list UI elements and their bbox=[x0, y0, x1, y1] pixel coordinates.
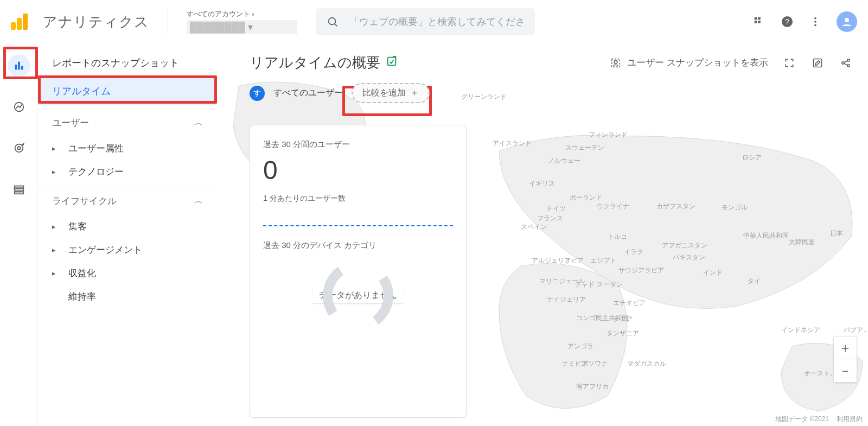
search-input[interactable] bbox=[349, 16, 525, 28]
explore-icon[interactable] bbox=[8, 96, 30, 118]
verified-icon bbox=[386, 54, 398, 71]
sidebar-group-label: ユーザー bbox=[52, 117, 89, 129]
main-header: リアルタイムの概要 ユーザー スナップショットを表示 bbox=[217, 43, 868, 78]
snapshot-button-label: ユーザー スナップショットを表示 bbox=[627, 56, 768, 69]
divider bbox=[168, 9, 168, 35]
sidebar: レポートのスナップショット リアルタイム ユーザー ︿ ▸ ユーザー属性 ▸ テ… bbox=[38, 43, 217, 426]
add-comparison-label: 比較を追加 bbox=[362, 87, 406, 99]
card-device-title: 過去 30 分のデバイス カテゴリ bbox=[263, 240, 453, 251]
sidebar-item-label: 維持率 bbox=[68, 290, 96, 303]
top-header: アナリティクス すべてのアカウント › ████████ ? bbox=[0, 0, 868, 43]
sidebar-item-label: ユーザー属性 bbox=[68, 142, 124, 155]
map-attribution: 地図データ ©2021 利用規約 bbox=[775, 415, 863, 424]
svg-point-10 bbox=[814, 24, 816, 27]
sidebar-item-snapshot[interactable]: レポートのスナップショット bbox=[38, 49, 217, 77]
caret-right-icon: ▸ bbox=[52, 168, 60, 176]
card-per-minute-label: 1 分あたりのユーザー数 bbox=[263, 194, 453, 204]
svg-rect-12 bbox=[15, 65, 17, 69]
header-actions: ? bbox=[752, 11, 857, 32]
svg-point-24 bbox=[615, 60, 618, 63]
card-value: 0 bbox=[263, 155, 453, 185]
sidebar-item-label: 集客 bbox=[68, 220, 87, 233]
svg-rect-14 bbox=[21, 66, 23, 69]
svg-rect-20 bbox=[14, 189, 23, 191]
sidebar-item-label: 収益化 bbox=[68, 267, 96, 279]
sidebar-item-engagement[interactable]: ▸ エンゲージメント bbox=[38, 238, 217, 262]
map-attribution-text: 地図データ ©2021 bbox=[775, 415, 829, 424]
sidebar-item-technology[interactable]: ▸ テクノロジー bbox=[38, 160, 217, 183]
svg-point-17 bbox=[17, 147, 21, 150]
chevron-up-icon: ︿ bbox=[194, 117, 203, 129]
product-name: アナリティクス bbox=[43, 12, 149, 31]
svg-rect-13 bbox=[18, 62, 20, 70]
svg-line-1 bbox=[335, 24, 337, 26]
caret-right-icon: ▸ bbox=[52, 144, 60, 152]
sidebar-group-lifecycle[interactable]: ライフサイクル ︿ bbox=[38, 187, 217, 215]
configure-icon[interactable] bbox=[8, 178, 30, 201]
nav-rail bbox=[0, 43, 38, 426]
sidebar-item-acquisition[interactable]: ▸ 集客 bbox=[38, 215, 217, 238]
reports-icon[interactable] bbox=[8, 54, 30, 77]
svg-rect-5 bbox=[758, 21, 761, 23]
edit-icon[interactable] bbox=[810, 56, 825, 70]
avatar[interactable] bbox=[837, 11, 857, 32]
caret-right-icon: ▸ bbox=[52, 246, 60, 254]
zoom-out-button[interactable]: － bbox=[834, 359, 857, 382]
main-content: グリーンランドアイスランドフィンランドスウェーデンノルウェーイギリスポーランドロ… bbox=[217, 43, 868, 426]
search-box[interactable] bbox=[316, 8, 535, 35]
chevron-up-icon: ︿ bbox=[194, 195, 203, 207]
sidebar-item-label: レポートのスナップショット bbox=[52, 56, 179, 69]
caret-right-icon: ▸ bbox=[52, 269, 60, 277]
share-icon[interactable] bbox=[839, 56, 853, 70]
svg-rect-2 bbox=[755, 17, 757, 20]
sidebar-item-monetization[interactable]: ▸ 収益化 bbox=[38, 262, 217, 285]
svg-rect-25 bbox=[814, 59, 822, 67]
svg-point-8 bbox=[814, 17, 816, 20]
add-comparison-button[interactable]: 比較を追加 ＋ bbox=[352, 83, 430, 103]
sidebar-group-label: ライフサイクル bbox=[52, 195, 117, 207]
svg-line-30 bbox=[844, 63, 848, 65]
account-breadcrumb: すべてのアカウント › bbox=[187, 9, 297, 19]
account-name: ████████ bbox=[187, 20, 297, 34]
svg-text:?: ? bbox=[785, 17, 789, 26]
svg-rect-3 bbox=[758, 17, 761, 20]
card-title: 過去 30 分間のユーザー bbox=[263, 139, 453, 150]
help-icon[interactable]: ? bbox=[780, 15, 794, 29]
sidebar-item-realtime[interactable]: リアルタイム bbox=[38, 77, 217, 105]
page-title: リアルタイムの概要 bbox=[250, 53, 398, 72]
sidebar-group-user[interactable]: ユーザー ︿ bbox=[38, 109, 217, 137]
account-picker[interactable]: すべてのアカウント › ████████ bbox=[177, 9, 307, 34]
donut-chart-icon bbox=[317, 255, 399, 337]
svg-rect-4 bbox=[755, 21, 757, 23]
svg-line-29 bbox=[844, 60, 848, 62]
analytics-logo bbox=[11, 14, 28, 30]
user-snapshot-button[interactable]: ユーザー スナップショットを表示 bbox=[610, 56, 768, 69]
advertising-icon[interactable] bbox=[8, 137, 30, 160]
map-terms-link[interactable]: 利用規約 bbox=[837, 415, 863, 424]
segment-badge: す bbox=[250, 86, 265, 101]
sidebar-item-retention[interactable]: ▸ 維持率 bbox=[38, 285, 217, 308]
fullscreen-icon[interactable] bbox=[782, 56, 796, 70]
svg-point-9 bbox=[814, 21, 816, 23]
title-actions: ユーザー スナップショットを表示 bbox=[610, 56, 853, 70]
device-donut: データがありません bbox=[263, 260, 453, 303]
sidebar-item-label: テクノロジー bbox=[68, 166, 124, 178]
realtime-card: 過去 30 分間のユーザー 0 1 分あたりのユーザー数 過去 30 分のデバイ… bbox=[250, 125, 467, 418]
svg-point-11 bbox=[845, 18, 849, 22]
svg-rect-21 bbox=[14, 192, 23, 194]
caret-right-icon: ▸ bbox=[52, 222, 60, 231]
segment-row: す すべてのユーザー 比較を追加 ＋ bbox=[217, 78, 868, 109]
zoom-in-button[interactable]: ＋ bbox=[834, 336, 857, 359]
map-zoom-control: ＋ － bbox=[833, 336, 857, 383]
svg-point-16 bbox=[15, 144, 23, 152]
svg-rect-22 bbox=[388, 58, 396, 66]
more-icon[interactable] bbox=[808, 15, 822, 29]
sidebar-item-label: リアルタイム bbox=[52, 85, 111, 98]
plus-icon: ＋ bbox=[410, 87, 419, 99]
sidebar-item-label: エンゲージメント bbox=[68, 244, 142, 256]
segment-all-users[interactable]: すべてのユーザー bbox=[273, 87, 343, 99]
sidebar-item-user-attributes[interactable]: ▸ ユーザー属性 bbox=[38, 137, 217, 160]
sparkline-placeholder bbox=[263, 225, 453, 226]
apps-icon[interactable] bbox=[752, 15, 766, 29]
svg-rect-19 bbox=[14, 186, 23, 188]
